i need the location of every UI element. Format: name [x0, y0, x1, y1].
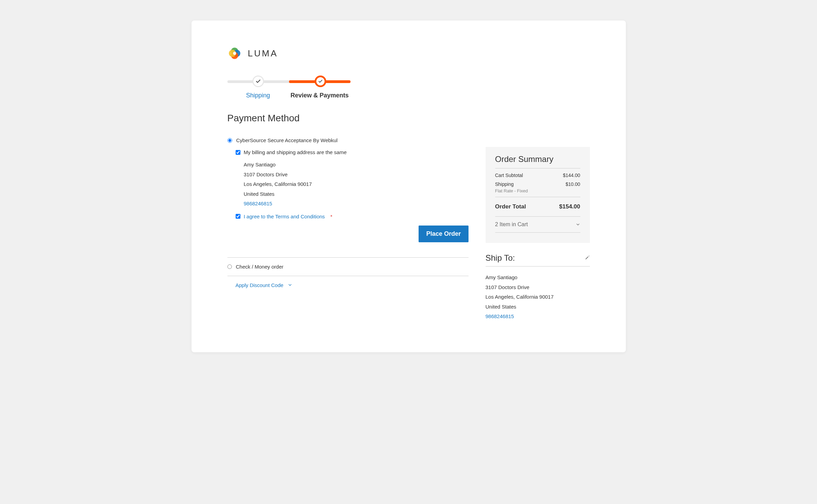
summary-subtotal-row: Cart Subtotal $144.00	[495, 168, 580, 179]
ship-to-city-state-zip: Los Angeles, California 90017	[486, 292, 590, 302]
billing-phone-link[interactable]: 9868246815	[244, 199, 469, 209]
billing-city-state-zip: Los Angeles, California 90017	[244, 179, 469, 189]
summary-total-value: $154.00	[559, 203, 580, 210]
apply-discount-toggle[interactable]: Apply Discount Code	[227, 276, 469, 288]
ship-to-phone-link[interactable]: 9868246815	[486, 312, 590, 322]
summary-shipping-row: Shipping $10.00	[495, 179, 580, 188]
progress-label-shipping[interactable]: Shipping	[227, 92, 289, 99]
billing-name: Amy Santiago	[244, 160, 469, 170]
ship-to-country: United States	[486, 302, 590, 312]
progress-bar	[227, 74, 351, 88]
sidebar-column: Order Summary Cart Subtotal $144.00 Ship…	[486, 147, 590, 322]
progress-labels: Shipping Review & Payments	[227, 92, 351, 99]
cart-items-label: 2 Item in Cart	[495, 221, 528, 228]
ship-to-address-block: Amy Santiago 3107 Doctors Drive Los Ange…	[486, 267, 590, 322]
payment-option-cybersource: CyberSource Secure Acceptance By Webkul …	[227, 137, 469, 257]
check-icon	[255, 79, 261, 84]
payment-radio-input-check-money[interactable]	[227, 264, 232, 269]
payment-radio-label-cybersource: CyberSource Secure Acceptance By Webkul	[236, 137, 338, 143]
header: LUMA	[227, 46, 590, 60]
same-address-checkbox[interactable]	[236, 150, 240, 155]
required-asterisk: *	[330, 214, 332, 219]
summary-shipping-value: $10.00	[566, 181, 580, 187]
checkout-container: LUMA Shipping Review & Payments Payment …	[192, 21, 626, 352]
progress-label-review: Review & Payments	[289, 92, 351, 99]
summary-total-row: Order Total $154.00	[495, 197, 580, 216]
payment-radio-cybersource[interactable]: CyberSource Secure Acceptance By Webkul	[227, 137, 469, 143]
summary-shipping-label: Shipping	[495, 181, 514, 187]
summary-total-label: Order Total	[495, 203, 526, 210]
place-order-button[interactable]: Place Order	[419, 226, 468, 242]
billing-address-block: Amy Santiago 3107 Doctors Drive Los Ange…	[236, 155, 469, 214]
terms-checkbox[interactable]	[236, 214, 240, 219]
payment-radio-check-money[interactable]: Check / Money order	[227, 258, 469, 276]
check-icon	[318, 79, 323, 84]
order-summary-box: Order Summary Cart Subtotal $144.00 Ship…	[486, 147, 590, 243]
summary-shipping-method: Flat Rate - Fixed	[495, 188, 580, 197]
ship-to-name: Amy Santiago	[486, 273, 590, 283]
progress-node-shipping[interactable]	[252, 76, 264, 87]
progress-node-review	[315, 76, 326, 87]
page-title: Payment Method	[227, 113, 590, 124]
terms-checkbox-row[interactable]: I agree to the Terms and Conditions *	[236, 214, 469, 219]
order-summary-title: Order Summary	[495, 154, 580, 168]
cart-items-toggle[interactable]: 2 Item in Cart	[495, 216, 580, 233]
same-address-checkbox-row[interactable]: My billing and shipping address are the …	[236, 149, 469, 155]
same-address-label: My billing and shipping address are the …	[244, 149, 347, 155]
pencil-icon	[585, 255, 590, 260]
payment-option-body: My billing and shipping address are the …	[227, 143, 469, 252]
ship-to-street: 3107 Doctors Drive	[486, 283, 590, 292]
luma-logo-icon	[227, 46, 242, 60]
payment-radio-label-check-money: Check / Money order	[236, 264, 284, 270]
payment-main-column: CyberSource Secure Acceptance By Webkul …	[227, 137, 469, 288]
payment-radio-input-cybersource[interactable]	[227, 138, 232, 143]
chevron-down-icon	[288, 283, 292, 287]
edit-ship-to-button[interactable]	[585, 255, 590, 261]
terms-link[interactable]: I agree to the Terms and Conditions	[244, 214, 325, 219]
apply-discount-label: Apply Discount Code	[236, 282, 284, 288]
billing-street: 3107 Doctors Drive	[244, 170, 469, 180]
summary-subtotal-value: $144.00	[563, 173, 580, 178]
place-order-row: Place Order	[236, 219, 469, 247]
ship-to-title: Ship To:	[486, 253, 515, 263]
brand-name: LUMA	[248, 48, 278, 59]
svg-point-4	[233, 52, 236, 55]
summary-subtotal-label: Cart Subtotal	[495, 173, 523, 178]
billing-country: United States	[244, 189, 469, 199]
chevron-down-icon	[576, 222, 580, 227]
ship-to-header: Ship To:	[486, 253, 590, 267]
